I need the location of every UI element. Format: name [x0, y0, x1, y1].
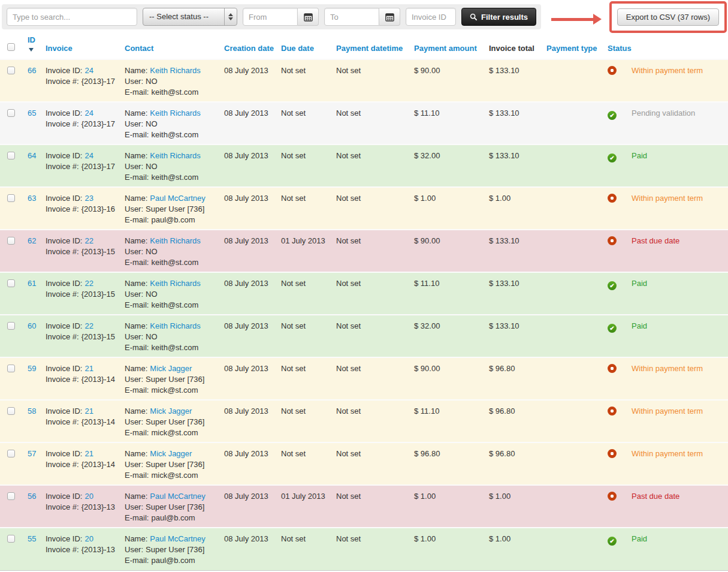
invoice-number-label: Invoice #: [46, 417, 81, 426]
row-checkbox[interactable] [7, 535, 15, 543]
email-label: E-mail: [125, 343, 151, 352]
row-checkbox[interactable] [7, 237, 15, 245]
row-checkbox[interactable] [7, 322, 15, 330]
invoice-id-label: Invoice ID: [46, 194, 84, 203]
row-id-link[interactable]: 58 [28, 407, 36, 416]
contact-cell: Name:Keith Richards User:NO E-mail:keith… [125, 59, 224, 102]
contact-name-link[interactable]: Mick Jagger [150, 407, 192, 416]
column-header-contact[interactable]: Contact [125, 32, 224, 59]
row-id-link[interactable]: 55 [28, 534, 36, 543]
contact-name-link[interactable]: Keith Richards [150, 151, 201, 160]
invoice-cell: Invoice ID:20 Invoice #:{2013}-13 [46, 528, 125, 570]
row-checkbox[interactable] [7, 450, 15, 457]
name-label: Name: [125, 492, 150, 501]
name-label: Name: [125, 109, 150, 118]
row-checkbox[interactable] [7, 152, 15, 159]
payment-amount-cell: $ 11.10 [414, 102, 489, 144]
row-checkbox[interactable] [7, 365, 15, 372]
status-text: Within payment term [632, 194, 703, 203]
invoice-id-link[interactable]: 22 [84, 279, 93, 288]
contact-name-link[interactable]: Mick Jagger [150, 364, 192, 373]
column-header-invoice[interactable]: Invoice [46, 32, 125, 59]
filter-results-label: Filter results [481, 13, 528, 22]
contact-name-link[interactable]: Paul McCartney [150, 492, 205, 501]
status-text: Within payment term [632, 449, 703, 458]
row-checkbox[interactable] [7, 194, 15, 202]
user-label: User: [125, 417, 146, 426]
row-id-link[interactable]: 59 [28, 364, 36, 373]
column-header-payment-type[interactable]: Payment type [546, 32, 608, 59]
contact-name-link[interactable]: Paul McCartney [150, 534, 205, 543]
from-calendar-button[interactable] [298, 8, 319, 26]
to-date-input[interactable] [324, 8, 379, 26]
invoice-number-label: Invoice #: [46, 162, 81, 171]
column-header-status[interactable]: Status [608, 32, 728, 59]
contact-user-value: Super User [736] [146, 375, 204, 384]
contact-cell: Name:Paul McCartney User:Super User [736… [125, 187, 224, 230]
invoice-number-value: {2013}-15 [81, 247, 115, 256]
row-checkbox[interactable] [7, 279, 15, 287]
row-id-link[interactable]: 60 [28, 321, 36, 330]
column-header-due-date[interactable]: Due date [281, 32, 336, 59]
column-header-id[interactable]: ID [23, 32, 46, 59]
export-csv-button[interactable]: Export to CSV (37 rows) [617, 8, 719, 26]
row-id-link[interactable]: 64 [28, 151, 36, 160]
row-id-link[interactable]: 65 [28, 109, 36, 118]
invoice-cell: Invoice ID:22 Invoice #:{2013}-15 [46, 315, 125, 357]
contact-name-link[interactable]: Paul McCartney [150, 194, 205, 203]
column-header-payment-amount[interactable]: Payment amount [414, 32, 489, 59]
contact-name-link[interactable]: Keith Richards [150, 236, 201, 245]
to-calendar-button[interactable] [379, 8, 400, 26]
invoice-id-link[interactable]: 20 [84, 492, 93, 501]
contact-email-value: paul@b.com [151, 513, 195, 522]
invoice-number-value: {2013}-14 [81, 375, 115, 384]
row-id-link[interactable]: 61 [28, 279, 36, 288]
row-id-link[interactable]: 57 [28, 449, 36, 458]
invoice-total-cell: $ 96.80 [489, 400, 546, 442]
search-input[interactable] [7, 8, 137, 26]
row-checkbox[interactable] [7, 109, 15, 117]
status-cell: Paid [608, 315, 728, 357]
invoice-id-link[interactable]: 22 [84, 321, 93, 330]
invoice-id-link[interactable]: 24 [84, 66, 93, 75]
row-checkbox[interactable] [7, 67, 15, 74]
invoice-id-input[interactable] [406, 8, 456, 26]
invoice-id-label: Invoice ID: [46, 109, 84, 118]
invoice-id-link[interactable]: 21 [84, 407, 93, 416]
invoice-id-link[interactable]: 24 [84, 109, 93, 118]
row-id-link[interactable]: 66 [28, 66, 36, 75]
column-header-creation-date[interactable]: Creation date [224, 32, 281, 59]
contact-name-link[interactable]: Keith Richards [150, 279, 201, 288]
invoice-cell: Invoice ID:22 Invoice #:{2013}-15 [46, 230, 125, 272]
invoice-id-link[interactable]: 20 [84, 534, 93, 543]
payment-type-cell [546, 187, 608, 230]
row-checkbox[interactable] [7, 492, 15, 500]
row-id-link[interactable]: 56 [28, 492, 36, 501]
invoice-number-value: {2013}-17 [81, 162, 115, 171]
invoice-id-link[interactable]: 23 [84, 194, 93, 203]
invoice-id-link[interactable]: 24 [84, 151, 93, 160]
from-date-input[interactable] [243, 8, 298, 26]
row-id-link[interactable]: 63 [28, 194, 36, 203]
row-id-link[interactable]: 62 [28, 236, 36, 245]
contact-name-link[interactable]: Mick Jagger [150, 449, 192, 458]
invoice-number-label: Invoice #: [46, 460, 81, 469]
invoice-id-link[interactable]: 22 [84, 236, 93, 245]
contact-user-value: Super User [736] [146, 545, 204, 554]
contact-name-link[interactable]: Keith Richards [150, 109, 201, 118]
column-header-payment-datetime[interactable]: Payment datetime [336, 32, 414, 59]
invoice-cell: Invoice ID:20 Invoice #:{2013}-13 [46, 485, 125, 528]
payment-datetime-cell: Not set [336, 187, 414, 230]
contact-name-link[interactable]: Keith Richards [150, 66, 201, 75]
select-all-checkbox[interactable] [7, 43, 15, 51]
invoice-id-link[interactable]: 21 [84, 364, 93, 373]
table-header-row: ID Invoice Contact Creation date Due dat… [0, 32, 728, 59]
due-date-cell: 01 July 2013 [281, 485, 336, 528]
table-row: 66 Invoice ID:24 Invoice #:{2013}-17 Nam… [0, 59, 728, 102]
contact-name-link[interactable]: Keith Richards [150, 321, 201, 330]
invoice-id-link[interactable]: 21 [84, 449, 93, 458]
status-select[interactable]: -- Select status -- [143, 8, 237, 26]
contact-cell: Name:Mick Jagger User:Super User [736] E… [125, 357, 224, 400]
filter-results-button[interactable]: Filter results [461, 8, 536, 26]
row-checkbox[interactable] [7, 407, 15, 415]
